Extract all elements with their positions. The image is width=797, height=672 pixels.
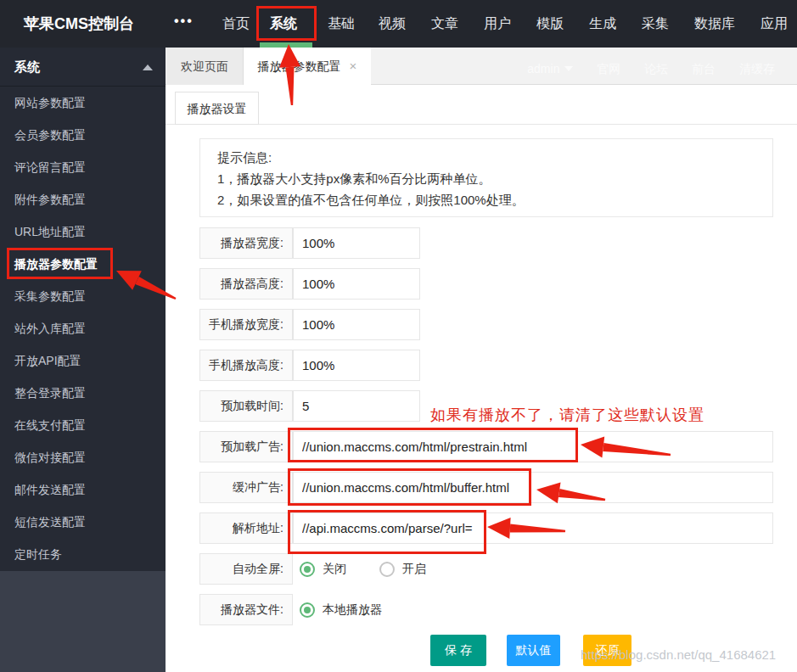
nav-item-database[interactable]: 数据库 [694, 0, 735, 48]
hint-box: 提示信息: 1，播放器大小支持px像素和%百分比两种单位。 2，如果设置的值不包… [199, 138, 773, 217]
username: admin [527, 62, 559, 76]
field-label-player-height: 播放器高度: [199, 268, 293, 300]
parse-url-input[interactable] [293, 512, 773, 544]
tab-player-config[interactable]: 播放器参数配置× [244, 48, 371, 86]
hint-line: 1，播放器大小支持px像素和%百分比两种单位。 [217, 168, 755, 189]
user-menu[interactable]: admin [507, 62, 573, 76]
collapse-arrow-icon [143, 64, 153, 70]
radio-label: 开启 [402, 562, 426, 577]
sidebar-item-login-config[interactable]: 整合登录配置 [0, 377, 166, 409]
sidebar-item-collect-config[interactable]: 采集参数配置 [0, 280, 166, 312]
user-links: admin 官网 论坛 前台 清缓存 [486, 48, 775, 85]
radio-label: 本地播放器 [323, 602, 382, 618]
sidebar-item-sms-config[interactable]: 短信发送配置 [0, 506, 166, 538]
panel-tab-bar: 播放器设置 [166, 85, 797, 125]
nav-item-generate[interactable]: 生成 [589, 0, 616, 48]
sidebar-group-system[interactable]: 系统 [0, 48, 166, 87]
nav-item-basic[interactable]: 基础 [328, 0, 355, 48]
top-navbar: 苹果CMS控制台 ••• 首页 系统 基础 视频 文章 用户 模版 生成 采集 … [0, 0, 797, 48]
field-label-preload-ad: 预加载广告: [199, 431, 293, 462]
sidebar-group-label: 系统 [14, 59, 40, 74]
sidebar-item-member-config[interactable]: 会员参数配置 [0, 119, 166, 151]
nav-item-home[interactable]: 首页 [222, 0, 250, 48]
link-forum[interactable]: 论坛 [644, 62, 668, 76]
watermark-text: https://blog.csdn.net/qq_41684621 [581, 647, 776, 662]
buffer-ad-input[interactable] [293, 472, 773, 503]
radio-selected-icon [300, 602, 315, 618]
sidebar-item-openapi-config[interactable]: 开放API配置 [0, 344, 166, 377]
auto-fullscreen-radio-group: 关闭 开启 [300, 553, 426, 585]
nav-item-article[interactable]: 文章 [431, 0, 458, 48]
sidebar-item-offsite-config[interactable]: 站外入库配置 [0, 312, 166, 344]
sidebar-item-player-config[interactable]: 播放器参数配置 [0, 248, 166, 280]
app-window: 苹果CMS控制台 ••• 首页 系统 基础 视频 文章 用户 模版 生成 采集 … [0, 0, 797, 672]
save-button[interactable]: 保 存 [430, 635, 486, 666]
sidebar-item-email-config[interactable]: 邮件发送配置 [0, 473, 166, 506]
nav-item-app[interactable]: 应用 [761, 0, 788, 48]
sidebar-item-wechat-config[interactable]: 微信对接配置 [0, 441, 166, 473]
sidebar-menu: 系统 网站参数配置 会员参数配置 评论留言配置 附件参数配置 URL地址配置 播… [0, 48, 166, 571]
radio-option-off[interactable]: 关闭 [300, 562, 346, 577]
field-label-player-width: 播放器宽度: [199, 227, 293, 259]
link-clear-cache[interactable]: 清缓存 [739, 62, 775, 76]
close-icon[interactable]: × [350, 59, 357, 73]
app-title: 苹果CMS控制台 [24, 0, 134, 48]
sidebar-item-attach-config[interactable]: 附件参数配置 [0, 183, 166, 216]
default-button[interactable]: 默认值 [507, 635, 560, 666]
nav-item-collect[interactable]: 采集 [642, 0, 669, 48]
tab-player-settings[interactable]: 播放器设置 [175, 92, 259, 125]
preload-time-input[interactable] [293, 390, 420, 422]
caret-down-icon [564, 66, 573, 71]
tab-label: 播放器参数配置 [258, 59, 341, 73]
mobile-width-input[interactable] [293, 309, 420, 340]
sidebar-item-url-config[interactable]: URL地址配置 [0, 216, 166, 248]
sidebar: 系统 网站参数配置 会员参数配置 评论留言配置 附件参数配置 URL地址配置 播… [0, 48, 166, 672]
annotation-note: 如果有播放不了，请清了这些默认设置 [430, 405, 704, 425]
nav-item-system[interactable]: 系统 [270, 0, 297, 48]
player-height-input[interactable] [293, 268, 420, 300]
field-label-player-file: 播放器文件: [199, 594, 293, 625]
sidebar-item-pay-config[interactable]: 在线支付配置 [0, 409, 166, 441]
preload-ad-input[interactable] [293, 431, 773, 462]
menu-dots-icon[interactable]: ••• [174, 0, 194, 42]
radio-option-on[interactable]: 开启 [379, 562, 426, 577]
sidebar-item-comment-config[interactable]: 评论留言配置 [0, 151, 166, 183]
field-label-mobile-width: 手机播放宽度: [199, 309, 293, 340]
tab-strip: 欢迎页面 播放器参数配置× admin 官网 论坛 前台 清缓存 [166, 48, 797, 85]
radio-option-local-player[interactable]: 本地播放器 [300, 602, 382, 618]
sidebar-item-site-config[interactable]: 网站参数配置 [0, 87, 166, 119]
tab-welcome[interactable]: 欢迎页面 [166, 48, 244, 85]
link-frontend[interactable]: 前台 [692, 62, 716, 76]
field-label-preload-time: 预加载时间: [199, 390, 293, 422]
field-label-buffer-ad: 缓冲广告: [199, 472, 293, 503]
field-label-parse-url: 解析地址: [199, 512, 293, 544]
sidebar-item-cron-task[interactable]: 定时任务 [0, 538, 166, 570]
field-label-mobile-height: 手机播放高度: [199, 350, 293, 381]
player-file-radio-group: 本地播放器 [300, 594, 382, 625]
mobile-height-input[interactable] [293, 350, 420, 381]
player-width-input[interactable] [293, 227, 420, 259]
hint-title: 提示信息: [217, 147, 755, 168]
nav-item-video[interactable]: 视频 [379, 0, 406, 48]
hint-line: 2，如果设置的值不包含任何单位，则按照100%处理。 [217, 189, 755, 210]
link-official-site[interactable]: 官网 [597, 62, 620, 76]
nav-item-user[interactable]: 用户 [484, 0, 511, 48]
nav-item-template[interactable]: 模版 [536, 0, 564, 48]
radio-unselected-icon [379, 562, 395, 577]
field-label-auto-fullscreen: 自动全屏: [199, 553, 293, 585]
radio-selected-icon [300, 562, 315, 577]
radio-label: 关闭 [323, 562, 346, 577]
